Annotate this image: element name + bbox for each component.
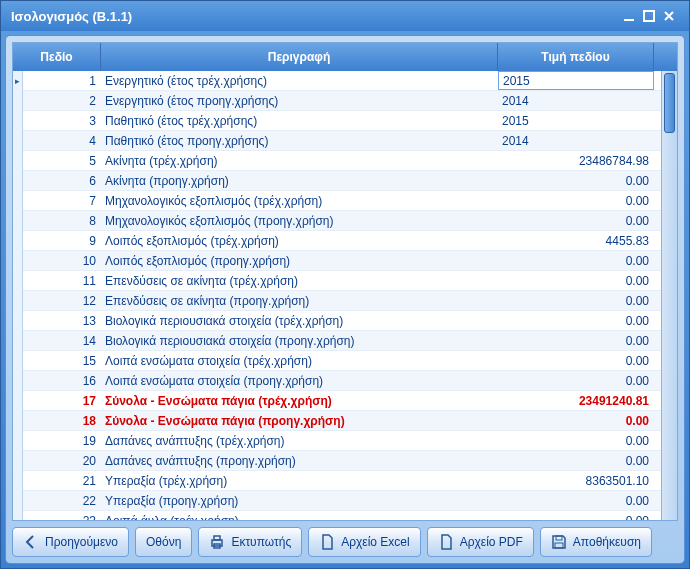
row-value[interactable]: 0.00 <box>498 411 654 430</box>
row-value[interactable]: 0.00 <box>498 211 654 230</box>
column-header-desc[interactable]: Περιγραφή <box>101 43 498 71</box>
row-value[interactable]: 0.00 <box>498 351 654 370</box>
table-row[interactable]: 18Σύνολα - Ενσώματα πάγια (προηγ.χρήση)0… <box>23 411 661 431</box>
table-row[interactable]: 12Επενδύσεις σε ακίνητα (προηγ.χρήση)0.0… <box>23 291 661 311</box>
row-value[interactable]: 2014 <box>498 91 654 110</box>
row-id[interactable]: 7 <box>23 191 101 210</box>
row-id[interactable]: 10 <box>23 251 101 270</box>
table-row[interactable]: 14Βιολογικά περιουσιακά στοιχεία (προηγ.… <box>23 331 661 351</box>
table-row[interactable]: 21Υπεραξία (τρέχ.χρήση)8363501.10 <box>23 471 661 491</box>
row-desc[interactable]: Υπεραξία (τρέχ.χρήση) <box>101 471 498 490</box>
print-button[interactable]: Εκτυπωτής <box>198 527 302 557</box>
table-row[interactable]: 10Λοιπός εξοπλισμός (προηγ.χρήση)0.00 <box>23 251 661 271</box>
row-id[interactable]: 9 <box>23 231 101 250</box>
row-value[interactable]: 23486784.98 <box>498 151 654 170</box>
row-value[interactable]: 0.00 <box>498 291 654 310</box>
row-value[interactable]: 0.00 <box>498 431 654 450</box>
row-value[interactable]: 0.00 <box>498 511 654 520</box>
row-id[interactable]: 16 <box>23 371 101 390</box>
row-id[interactable]: 2 <box>23 91 101 110</box>
row-desc[interactable]: Λοιπά ενσώματα στοιχεία (προηγ.χρήση) <box>101 371 498 390</box>
row-id[interactable]: 23 <box>23 511 101 520</box>
row-value[interactable]: 23491240.81 <box>498 391 654 410</box>
row-id[interactable]: 15 <box>23 351 101 370</box>
row-value[interactable]: 0.00 <box>498 271 654 290</box>
row-id[interactable]: 6 <box>23 171 101 190</box>
column-header-id[interactable]: Πεδίο <box>13 43 101 71</box>
table-row[interactable]: 2Ενεργητικό (έτος προηγ.χρήσης)2014 <box>23 91 661 111</box>
table-row[interactable]: 16Λοιπά ενσώματα στοιχεία (προηγ.χρήση)0… <box>23 371 661 391</box>
table-row[interactable]: 4Παθητικό (έτος προηγ.χρήσης)2014 <box>23 131 661 151</box>
row-desc[interactable]: Υπεραξία (προηγ.χρήση) <box>101 491 498 510</box>
row-desc[interactable]: Παθητικό (έτος προηγ.χρήσης) <box>101 131 498 150</box>
row-desc[interactable]: Μηχανολογικός εξοπλισμός (προηγ.χρήση) <box>101 211 498 230</box>
row-value[interactable]: 8363501.10 <box>498 471 654 490</box>
row-desc[interactable]: Επενδύσεις σε ακίνητα (προηγ.χρήση) <box>101 291 498 310</box>
table-row[interactable]: 17Σύνολα - Ενσώματα πάγια (τρέχ.χρήση)23… <box>23 391 661 411</box>
table-row[interactable]: 23Λοιπά άυλα (τρέχ.χρήση)0.00 <box>23 511 661 520</box>
row-desc[interactable]: Βιολογικά περιουσιακά στοιχεία (τρέχ.χρή… <box>101 311 498 330</box>
row-value[interactable]: 0.00 <box>498 491 654 510</box>
row-id[interactable]: 21 <box>23 471 101 490</box>
table-row[interactable]: 20Δαπάνες ανάπτυξης (προηγ.χρήση)0.00 <box>23 451 661 471</box>
table-row[interactable]: 5Ακίνητα (τρέχ.χρήση)23486784.98 <box>23 151 661 171</box>
row-desc[interactable]: Σύνολα - Ενσώματα πάγια (τρέχ.χρήση) <box>101 391 498 410</box>
vertical-scrollbar[interactable] <box>661 71 677 520</box>
row-id[interactable]: 19 <box>23 431 101 450</box>
row-desc[interactable]: Δαπάνες ανάπτυξης (τρέχ.χρήση) <box>101 431 498 450</box>
row-id[interactable]: 8 <box>23 211 101 230</box>
row-value[interactable]: 2014 <box>498 131 654 150</box>
table-row[interactable]: 9Λοιπός εξοπλισμός (τρέχ.χρήση)4455.83 <box>23 231 661 251</box>
table-row[interactable]: 15Λοιπά ενσώματα στοιχεία (τρέχ.χρήση)0.… <box>23 351 661 371</box>
excel-button[interactable]: Αρχείο Excel <box>308 527 421 557</box>
row-id[interactable]: 3 <box>23 111 101 130</box>
row-desc[interactable]: Ακίνητα (προηγ.χρήση) <box>101 171 498 190</box>
row-id[interactable]: 5 <box>23 151 101 170</box>
row-id[interactable]: 18 <box>23 411 101 430</box>
table-row[interactable]: 19Δαπάνες ανάπτυξης (τρέχ.χρήση)0.00 <box>23 431 661 451</box>
row-value[interactable]: 2015 <box>498 71 654 90</box>
table-row[interactable]: 11Επενδύσεις σε ακίνητα (τρέχ.χρήση)0.00 <box>23 271 661 291</box>
row-desc[interactable]: Μηχανολογικός εξοπλισμός (τρέχ.χρήση) <box>101 191 498 210</box>
table-row[interactable]: 8Μηχανολογικός εξοπλισμός (προηγ.χρήση)0… <box>23 211 661 231</box>
row-value[interactable]: 0.00 <box>498 191 654 210</box>
row-id[interactable]: 1 <box>23 71 101 90</box>
row-desc[interactable]: Επενδύσεις σε ακίνητα (τρέχ.χρήση) <box>101 271 498 290</box>
screen-button[interactable]: Οθόνη <box>135 527 192 557</box>
row-value[interactable]: 0.00 <box>498 311 654 330</box>
table-row[interactable]: 22Υπεραξία (προηγ.χρήση)0.00 <box>23 491 661 511</box>
row-desc[interactable]: Λοιπά ενσώματα στοιχεία (τρέχ.χρήση) <box>101 351 498 370</box>
save-button[interactable]: Αποθήκευση <box>540 527 652 557</box>
table-row[interactable]: 7Μηχανολογικός εξοπλισμός (τρέχ.χρήση)0.… <box>23 191 661 211</box>
table-row[interactable]: 13Βιολογικά περιουσιακά στοιχεία (τρέχ.χ… <box>23 311 661 331</box>
row-id[interactable]: 12 <box>23 291 101 310</box>
row-value[interactable]: 0.00 <box>498 171 654 190</box>
row-value[interactable]: 0.00 <box>498 451 654 470</box>
scrollbar-thumb[interactable] <box>664 73 675 133</box>
row-desc[interactable]: Λοιπός εξοπλισμός (τρέχ.χρήση) <box>101 231 498 250</box>
row-desc[interactable]: Ενεργητικό (έτος προηγ.χρήσης) <box>101 91 498 110</box>
row-desc[interactable]: Λοιπός εξοπλισμός (προηγ.χρήση) <box>101 251 498 270</box>
table-row[interactable]: 1Ενεργητικό (έτος τρέχ.χρήσης)2015 <box>23 71 661 91</box>
close-button[interactable] <box>663 10 683 22</box>
data-grid[interactable]: Πεδίο Περιγραφή Τιμή πεδίου ▸ 1Ενεργητικ… <box>12 42 678 521</box>
row-id[interactable]: 17 <box>23 391 101 410</box>
row-value[interactable]: 0.00 <box>498 331 654 350</box>
row-desc[interactable]: Παθητικό (έτος τρέχ.χρήσης) <box>101 111 498 130</box>
row-id[interactable]: 11 <box>23 271 101 290</box>
maximize-button[interactable] <box>643 10 663 22</box>
table-row[interactable]: 3Παθητικό (έτος τρέχ.χρήσης)2015 <box>23 111 661 131</box>
row-value[interactable]: 0.00 <box>498 371 654 390</box>
row-value[interactable]: 0.00 <box>498 251 654 270</box>
row-desc[interactable]: Λοιπά άυλα (τρέχ.χρήση) <box>101 511 498 520</box>
row-id[interactable]: 13 <box>23 311 101 330</box>
table-row[interactable]: 6Ακίνητα (προηγ.χρήση)0.00 <box>23 171 661 191</box>
row-desc[interactable]: Δαπάνες ανάπτυξης (προηγ.χρήση) <box>101 451 498 470</box>
row-id[interactable]: 14 <box>23 331 101 350</box>
previous-button[interactable]: Προηγούμενο <box>12 527 129 557</box>
minimize-button[interactable] <box>623 10 643 22</box>
row-id[interactable]: 20 <box>23 451 101 470</box>
row-desc[interactable]: Βιολογικά περιουσιακά στοιχεία (προηγ.χρ… <box>101 331 498 350</box>
pdf-button[interactable]: Αρχείο PDF <box>427 527 534 557</box>
row-desc[interactable]: Ενεργητικό (έτος τρέχ.χρήσης) <box>101 71 498 90</box>
